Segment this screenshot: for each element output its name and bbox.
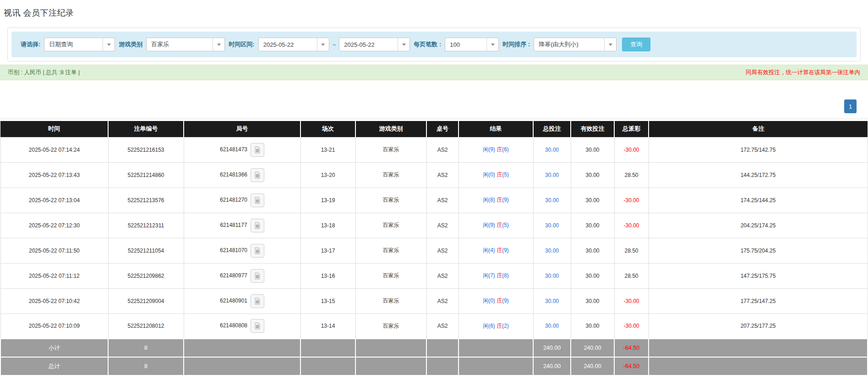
cell-remark: 204.25/174.25 [649,213,868,238]
result-player: 闲(9) [483,222,495,228]
table-row: 2025-05-22 07:13:43 522521214860 6214813… [0,162,868,187]
cell-time: 2025-05-22 07:10:09 [0,314,108,339]
total-bet-link[interactable]: 30.00 [545,147,559,153]
video-replay-button[interactable] [251,294,264,308]
video-replay-button[interactable] [251,319,264,333]
cell-table-no: AS2 [426,162,459,187]
cell-remark: 175.75/204.25 [649,238,868,263]
result-player: 闲(6) [483,323,495,329]
cell-total-bet: 30.00 [533,137,571,162]
video-icon [254,197,261,204]
cell-time: 2025-05-22 07:13:04 [0,187,108,213]
video-icon [254,146,261,154]
bet-records-table: 时间 注单编号 局号 场次 游戏类别 桌号 结果 总投注 有效投注 总派彩 备注… [0,121,868,376]
cell-session: 13-19 [300,187,355,213]
total-payout: -64.50 [614,357,649,375]
date-to-select[interactable]: 2025-05-22 [339,38,410,51]
filter-panel: 请选择: 日期查询 游戏类别 百家乐 时间区间: 2025-05-22 ~ 20… [7,28,861,61]
table-footer: 小计 8 240.00 240.00 -64.50 总计 8 240.00 24… [0,339,868,375]
round-number: 621481473 [220,146,247,153]
summary-bar: 币别 : 人民币 | 总共 :8 注单 | 同局有效投注，统一计算在该局第一张注… [0,65,868,80]
cell-session: 13-18 [300,213,355,238]
cell-round-no: 621480901 [184,288,300,314]
cell-bet-no: 522521208012 [108,314,184,339]
cell-result: 闲(4) 庄(9) [459,238,533,263]
cell-total-bet: 30.00 [533,288,571,314]
cell-valid-bet: 30.00 [571,314,614,339]
game-category-select[interactable]: 百家乐 [146,38,225,51]
total-bet-link[interactable]: 30.00 [545,197,559,204]
video-icon [254,272,261,280]
cell-valid-bet: 30.00 [571,213,614,238]
video-replay-button[interactable] [251,168,264,182]
total-bet-link[interactable]: 30.00 [545,222,559,229]
date-from-select[interactable]: 2025-05-22 [258,38,329,51]
video-replay-button[interactable] [251,219,264,232]
video-icon [254,222,261,229]
cell-payout: 28.50 [614,263,649,288]
col-header-game: 游戏类别 [355,121,426,137]
cell-round-no: 621481177 [184,213,300,238]
cell-game: 百家乐 [355,162,426,187]
total-valid-bet: 240.00 [571,357,614,375]
cell-total-bet: 30.00 [533,187,571,213]
video-replay-button[interactable] [251,244,264,258]
total-bet-link[interactable]: 30.00 [545,298,559,304]
cell-round-no: 621481270 [184,187,300,213]
result-banker: 庄 [497,197,502,203]
result-banker-num: (9) [502,197,509,203]
cell-payout: -30.00 [614,187,649,213]
result-banker-num: (5) [502,222,509,228]
chevron-down-icon [213,38,224,51]
cell-bet-no: 522521209004 [108,288,184,314]
cell-bet-no: 522521212311 [108,213,184,238]
cell-session: 13-21 [300,137,355,162]
total-bet-link[interactable]: 30.00 [545,172,559,178]
video-replay-button[interactable] [251,193,264,207]
sort-select[interactable]: 降幂(由大到小) [534,38,617,51]
result-banker: 庄 [497,297,502,304]
date-range-separator: ~ [333,41,336,48]
cell-bet-no: 522521214860 [108,162,184,187]
round-number: 621481270 [220,197,247,203]
page-size-select[interactable]: 100 [445,38,499,51]
table-row: 2025-05-22 07:13:04 522521213576 6214812… [0,187,868,213]
pagination-page-1[interactable]: 1 [844,99,857,113]
chevron-down-icon [604,38,616,51]
chevron-down-icon [317,38,329,51]
video-icon [254,171,261,179]
cell-payout: -30.00 [614,137,649,162]
query-type-value: 日期查询 [44,38,103,51]
total-total-bet: 240.00 [533,357,571,375]
result-player: 闲(4) [483,247,495,253]
cell-round-no: 621481473 [184,137,300,162]
col-header-round-no: 局号 [184,121,300,137]
total-bet-link[interactable]: 30.00 [545,248,559,254]
col-header-valid-bet: 有效投注 [571,121,614,137]
result-player: 闲(9) [483,146,495,153]
video-replay-button[interactable] [251,269,264,283]
filter-bar: 请选择: 日期查询 游戏类别 百家乐 时间区间: 2025-05-22 ~ 20… [11,32,857,57]
total-bet-link[interactable]: 30.00 [545,273,559,279]
page-size-value: 100 [445,38,486,51]
search-button[interactable]: 查询 [622,38,650,51]
cell-session: 13-15 [300,288,355,314]
cell-payout: 28.50 [614,238,649,263]
cell-total-bet: 30.00 [533,238,571,263]
video-replay-button[interactable] [251,143,264,157]
cell-table-no: AS2 [426,137,459,162]
game-category-value: 百家乐 [147,38,213,51]
result-banker-num: (5) [502,171,509,178]
cell-bet-no: 522521216153 [108,137,184,162]
cell-valid-bet: 30.00 [571,263,614,288]
cell-table-no: AS2 [426,238,459,263]
result-banker-num: (2) [502,323,509,329]
query-type-select[interactable]: 日期查询 [44,38,115,51]
total-bet-link[interactable]: 30.00 [545,323,559,329]
table-row: 2025-05-22 07:10:09 522521208012 6214808… [0,314,868,339]
total-label: 总计 [0,357,108,375]
cell-remark: 207.25/177.25 [649,314,868,339]
cell-session: 13-17 [300,238,355,263]
video-icon [254,297,261,305]
table-header: 时间 注单编号 局号 场次 游戏类别 桌号 结果 总投注 有效投注 总派彩 备注 [0,121,868,137]
